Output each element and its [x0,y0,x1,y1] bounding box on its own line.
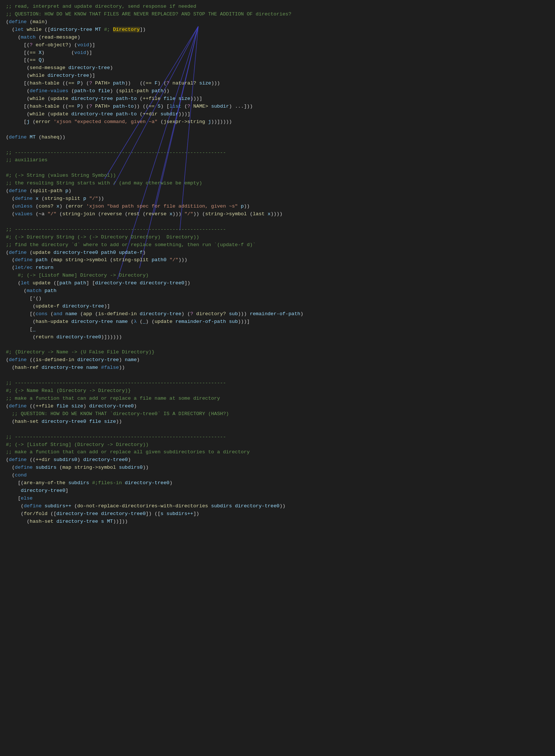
code-line-54: ;; QUESTION: HOW DO WE KNOW THAT `direct… [6,410,555,418]
code-line-8: [(== Q) [6,57,555,64]
code-line-10: (while directory-tree)] [6,72,555,80]
code-line-15: (while (update directory-tree path-to (+… [6,111,555,118]
code-line-3: (define (main) [6,18,555,26]
code-line-27: (unless (cons? x) (error 'xjson "bad pat… [6,203,555,210]
code-line-21: ;; auxiliaries [6,156,555,164]
code-line-9: (send-message directory-tree) [6,64,555,72]
code-line-53: (define ((++file file size) directory-tr… [6,403,555,410]
code-line-29 [6,218,555,226]
code-editor: ;; read, interpret and update directory,… [0,0,555,756]
code-line-52: ;; make a function that can add or repla… [6,395,555,403]
code-line-66: (define subdirs++ (do-not-replace-direct… [6,503,555,510]
code-line-26: (define x (string-split p "/")) [6,195,555,203]
code-line-43: [_ [6,326,555,334]
code-line-51: #; {-> Name Real (Directory -> Directory… [6,387,555,395]
code-line-24: ;; the resulting String starts with / (a… [6,180,555,187]
code-line-55: (hash-set directory-tree0 file size)) [6,418,555,426]
code-line-50: ;; -------------------------------------… [6,379,555,387]
code-line-34: (define path (map string->symbol (string… [6,256,555,264]
code-line-28: (values (~a "/" (string-join (reverse (r… [6,210,555,218]
code-line-20: ;; -------------------------------------… [6,149,555,157]
code-line-63: [(are-any-of-the subdirs #;files-in dire… [6,479,555,487]
code-line-4: (let while ([directory-tree MT #; Direct… [6,26,555,34]
code-line-36: #; (-> [Listof Name] Directory -> Direct… [6,272,555,280]
code-line-47: (define ((is-defined-in directory-tree) … [6,356,555,364]
code-line-65: [else [6,495,555,503]
code-line-32: ;; find the directory `d` where to add o… [6,241,555,249]
code-line-41: [(cons (and name (app (is-defined-in dir… [6,310,555,318]
code-line-22 [6,164,555,172]
code-line-60: (define ((++dir subdirs0) directory-tree… [6,456,555,464]
code-line-38: (match path [6,287,555,295]
code-line-46: #; {Directory -> Name -> (U False File D… [6,349,555,356]
code-line-42: (hash-update directory-tree name (λ (_) … [6,318,555,326]
code-line-25: (define (split-path p) [6,187,555,195]
code-line-58: #; (-> [Listof String] (Directory -> Dir… [6,441,555,449]
code-line-2: ;; QUESTION: HOW DO WE KNOW THAT FILES A… [6,11,555,18]
code-line-68: (hash-set directory-tree s MT))])) [6,518,555,526]
code-line-56 [6,426,555,433]
code-line-14: [(hash-table ((== P) (? PATH> path-to)) … [6,103,555,111]
code-line-12: (define-values (path-to file) (split-pat… [6,87,555,95]
code-line-44: (return directory-tree0)]))))) [6,334,555,341]
code-line-35: (let/ec return [6,264,555,272]
code-line-1: ;; read, interpret and update directory,… [6,3,555,11]
code-line-48: (hash-ref directory-tree name #false)) [6,364,555,372]
code-line-59: ;; make a function that can add or repla… [6,449,555,456]
code-line-7: [(== X) (void)] [6,49,555,57]
code-line-45 [6,341,555,349]
code-line-57: ;; -------------------------------------… [6,433,555,441]
code-line-67: (for/fold ([directory-tree directory-tre… [6,510,555,518]
code-line-62: (cond [6,472,555,479]
code-line-18: (define MT (hasheq)) [6,134,555,141]
code-line-40: (update-f directory-tree)] [6,303,555,310]
code-line-37: (let update ([path path] [directory-tree… [6,280,555,287]
code-line-17 [6,126,555,134]
code-line-33: (define (update directory-tree0 path0 up… [6,249,555,257]
code-line-30: ;; -------------------------------------… [6,226,555,234]
code-line-6: [(? eof-object?) (void)] [6,42,555,49]
code-line-19 [6,141,555,149]
code-line-13: (while (update directory-tree path-to (+… [6,95,555,103]
code-line-5: (match (read-message) [6,34,555,42]
code-line-61: (define subdirs (map string->symbol subd… [6,464,555,472]
code-line-11: [(hash-table ((== P) (? PATH> path)) ((=… [6,80,555,87]
code-line-49 [6,372,555,379]
code-line-64: directory-tree0] [6,487,555,495]
code-line-31: #; (-> Directory String (-> (-> Director… [6,234,555,241]
code-line-23: #; (-> String (values String Symbol)) [6,172,555,180]
code-line-16: [j (error 'xjson "expected command, give… [6,118,555,126]
code-line-39: ['() [6,295,555,303]
